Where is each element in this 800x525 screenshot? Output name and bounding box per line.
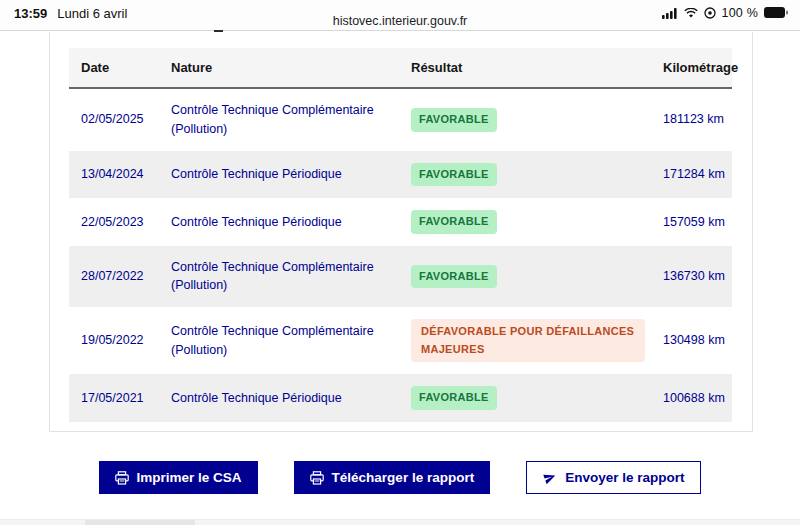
send-icon [543, 471, 557, 485]
inspection-date: 13/04/2024 [69, 151, 159, 199]
inspection-date: 28/07/2022 [69, 246, 159, 308]
result-badge: FAVORABLE [411, 210, 497, 234]
inspection-nature: Contrôle Technique Périodique [159, 374, 399, 422]
table-row: 28/07/2022 Contrôle Technique Complément… [69, 246, 732, 308]
status-right: 100 % [662, 6, 788, 20]
printer-icon [115, 471, 129, 485]
result-badge: FAVORABLE [411, 265, 497, 289]
inspection-date: 17/05/2021 [69, 374, 159, 422]
col-header-nature: Nature [159, 48, 399, 88]
col-header-date: Date [69, 48, 159, 88]
inspection-nature: Contrôle Technique Complémentaire (Pollu… [159, 307, 399, 374]
result-badge: FAVORABLE [411, 386, 497, 410]
table-row: 17/05/2021 Contrôle Technique Périodique… [69, 374, 732, 422]
inspection-nature: Contrôle Technique Complémentaire (Pollu… [159, 246, 399, 308]
inspection-kilometrage: 130498 km [651, 307, 732, 374]
wifi-icon [684, 8, 698, 19]
inspection-nature: Contrôle Technique Complémentaire (Pollu… [159, 88, 399, 151]
download-report-label: Télécharger le rapport [332, 470, 475, 485]
inspection-date: 22/05/2023 [69, 198, 159, 246]
battery-icon [764, 7, 788, 19]
inspection-history-table: Date Nature Résultat Kilométrage 02/05/2… [69, 48, 732, 422]
table-row: 19/05/2022 Contrôle Technique Complément… [69, 307, 732, 374]
inspection-kilometrage: 157059 km [651, 198, 732, 246]
table-row: 22/05/2023 Contrôle Technique Périodique… [69, 198, 732, 246]
orientation-lock-icon [704, 7, 716, 19]
battery-percentage: 100 % [722, 6, 758, 20]
history-table-body: 02/05/2025 Contrôle Technique Complément… [69, 88, 732, 422]
result-badge: FAVORABLE [411, 163, 497, 187]
send-report-label: Envoyer le rapport [565, 470, 684, 485]
cellular-signal-icon [662, 8, 678, 19]
status-bar: 13:59 Lundi 6 avril histovec.interieur.g… [0, 0, 800, 31]
inspection-nature: Contrôle Technique Périodique [159, 198, 399, 246]
inspection-kilometrage: 171284 km [651, 151, 732, 199]
table-row: 02/05/2025 Contrôle Technique Complément… [69, 88, 732, 151]
footer-cutoff-segment [85, 520, 195, 525]
col-header-result: Résultat [399, 48, 651, 88]
inspection-nature: Contrôle Technique Périodique [159, 151, 399, 199]
inspection-date: 02/05/2025 [69, 88, 159, 151]
screen: 13:59 Lundi 6 avril histovec.interieur.g… [0, 0, 800, 525]
result-badge: DÉFAVORABLE POUR DÉFAILLANCES MAJEURES [411, 319, 645, 362]
print-csa-label: Imprimer le CSA [137, 470, 242, 485]
action-buttons: Imprimer le CSA Télécharger le rapport E… [0, 461, 800, 494]
inspection-kilometrage: 136730 km [651, 246, 732, 308]
printer-icon [310, 471, 324, 485]
result-badge: FAVORABLE [411, 108, 497, 132]
col-header-kilometrage: Kilométrage [651, 48, 732, 88]
inspection-kilometrage: 181123 km [651, 88, 732, 151]
send-report-button[interactable]: Envoyer le rapport [526, 461, 701, 494]
footer-cutoff-strip [0, 519, 800, 525]
table-header-row: Date Nature Résultat Kilométrage [69, 48, 732, 88]
print-csa-button[interactable]: Imprimer le CSA [99, 461, 258, 494]
technical-inspection-card: Date Nature Résultat Kilométrage 02/05/2… [49, 32, 753, 432]
inspection-kilometrage: 100688 km [651, 374, 732, 422]
download-report-button[interactable]: Télécharger le rapport [294, 461, 491, 494]
inspection-date: 19/05/2022 [69, 307, 159, 374]
table-row: 13/04/2024 Contrôle Technique Périodique… [69, 151, 732, 199]
